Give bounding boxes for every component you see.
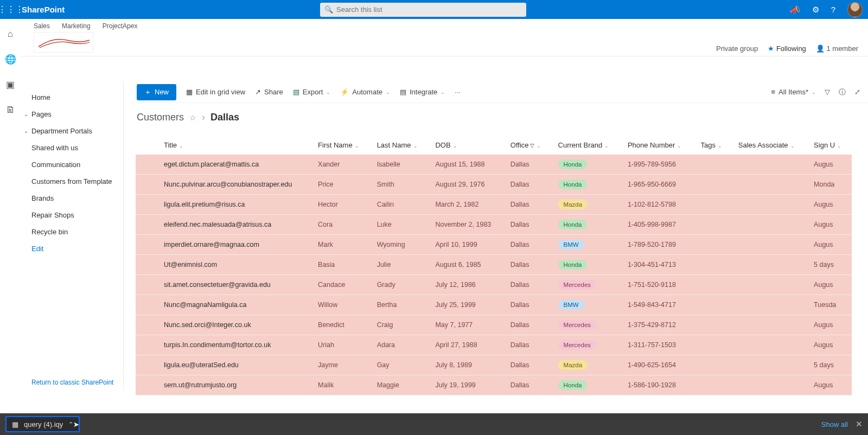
list-title[interactable]: Customers bbox=[137, 112, 184, 123]
more-button[interactable]: ··· bbox=[455, 88, 461, 96]
chevron-down-icon: ⌄ bbox=[24, 111, 28, 117]
export-button[interactable]: ▧Export⌄ bbox=[293, 88, 331, 96]
table-cell: Tuesda bbox=[807, 295, 852, 315]
chevron-up-icon[interactable]: ⌃ bbox=[68, 421, 73, 428]
sidebar-item[interactable]: Brands bbox=[31, 190, 118, 207]
suite-bar: ⋮⋮⋮ SharePoint 🔍 📣 ⚙ ? bbox=[0, 0, 868, 19]
chevron-down-icon: ⌄ bbox=[718, 143, 722, 149]
sidebar-item[interactable]: Communication bbox=[31, 156, 118, 173]
column-header[interactable]: Current Brand⌄ bbox=[552, 136, 621, 155]
table-cell: sem.ut@rutrumjusto.org bbox=[157, 375, 311, 395]
column-label: Office bbox=[510, 141, 529, 149]
table-row[interactable]: Nunc@magnaNamligula.caWillowBerthaJuly 2… bbox=[136, 295, 852, 315]
files-icon[interactable]: 🗎 bbox=[6, 105, 15, 116]
top-link[interactable]: Sales bbox=[34, 22, 50, 30]
news-icon[interactable]: ▣ bbox=[6, 79, 15, 91]
grid-edit-button[interactable]: ▦Edit in grid view bbox=[186, 88, 245, 96]
integrate-button[interactable]: ▤Integrate⌄ bbox=[400, 88, 445, 96]
table-row[interactable]: turpis.In.condimentum@tortor.co.ukUriahA… bbox=[136, 335, 852, 355]
table-row[interactable]: ligula.elit.pretium@risus.caHectorCailin… bbox=[136, 195, 852, 215]
search-input[interactable] bbox=[320, 3, 526, 17]
show-all-downloads[interactable]: Show all bbox=[821, 420, 848, 428]
return-classic-link[interactable]: Return to classic SharePoint bbox=[31, 379, 113, 386]
home-icon[interactable]: ⌂ bbox=[8, 29, 13, 40]
table-row[interactable]: Nunc.pulvinar.arcu@conubianostraper.eduP… bbox=[136, 175, 852, 195]
table-cell: July 19, 1999 bbox=[429, 375, 503, 395]
view-selector[interactable]: ≡ All Items* ⌄ bbox=[771, 88, 816, 96]
table-cell bbox=[732, 375, 807, 395]
chevron-down-icon: ⌄ bbox=[837, 143, 841, 149]
info-icon[interactable]: ⓘ bbox=[839, 87, 846, 97]
brand-pill: Mazda bbox=[558, 360, 588, 370]
table-cell: Augus bbox=[807, 375, 852, 395]
column-header[interactable]: Sign U⌄ bbox=[807, 136, 852, 155]
filter-icon[interactable]: ▽ bbox=[825, 88, 830, 96]
close-icon[interactable]: ✕ bbox=[856, 419, 863, 429]
table-cell: April 10, 1999 bbox=[429, 235, 503, 255]
list-table[interactable]: Title⌄First Name⌄Last Name⌄DOB⌄Office ▽⌄… bbox=[136, 136, 868, 396]
share-icon: ↗ bbox=[255, 88, 261, 96]
app-launcher-icon[interactable]: ⋮⋮⋮ bbox=[0, 4, 22, 15]
sidebar-item[interactable]: ⌄Pages bbox=[31, 106, 118, 123]
table-cell: Dallas bbox=[504, 215, 552, 235]
table-cell bbox=[732, 315, 807, 335]
column-header[interactable]: DOB⌄ bbox=[429, 136, 503, 155]
sidebar-item[interactable]: Shared with us bbox=[31, 139, 118, 156]
chevron-down-icon: ⌄ bbox=[24, 128, 28, 134]
globe-icon[interactable]: 🌐 bbox=[5, 54, 16, 65]
select-column[interactable] bbox=[136, 136, 157, 155]
favorite-icon[interactable]: ☆ bbox=[189, 113, 196, 122]
edit-nav-link[interactable]: Edit bbox=[31, 240, 118, 257]
table-cell: Dallas bbox=[504, 375, 552, 395]
top-link[interactable]: Marketing bbox=[62, 22, 91, 30]
help-icon[interactable]: ? bbox=[831, 5, 835, 14]
column-header[interactable]: First Name⌄ bbox=[311, 136, 371, 155]
sidebar-item[interactable]: ⌄Department Portals bbox=[31, 123, 118, 139]
gear-icon[interactable]: ⚙ bbox=[812, 5, 819, 15]
automate-button[interactable]: ⚡Automate⌄ bbox=[340, 88, 390, 96]
table-row[interactable]: eleifend.nec.malesuada@atrisus.caCoraLuk… bbox=[136, 215, 852, 235]
table-row[interactable]: ligula.eu@uteratSed.eduJaymeGayJuly 8, 1… bbox=[136, 355, 852, 375]
suite-title[interactable]: SharePoint bbox=[22, 5, 65, 14]
megaphone-icon[interactable]: 📣 bbox=[790, 5, 800, 15]
table-row[interactable]: sit.amet.consectetuer@gravida.eduCandace… bbox=[136, 275, 852, 295]
table-row[interactable]: Nunc.sed.orci@Integer.co.ukBenedictCraig… bbox=[136, 315, 852, 335]
share-button[interactable]: ↗Share bbox=[255, 88, 283, 96]
column-header[interactable]: Phone Number⌄ bbox=[621, 136, 694, 155]
new-button[interactable]: ＋New bbox=[137, 84, 176, 100]
members-link[interactable]: 👤 1 member bbox=[816, 44, 858, 53]
column-header[interactable]: Tags⌄ bbox=[694, 136, 732, 155]
table-cell: 1-751-520-9118 bbox=[621, 275, 694, 295]
sidebar-item[interactable]: Home bbox=[31, 89, 118, 106]
chevron-down-icon: ⌄ bbox=[326, 89, 330, 95]
sidebar-item[interactable]: Customers from Template bbox=[31, 173, 118, 190]
avatar[interactable] bbox=[847, 2, 863, 17]
table-cell: Augus bbox=[807, 195, 852, 215]
top-link[interactable]: ProjectApex bbox=[103, 22, 138, 30]
sidebar-item[interactable]: Recycle bin bbox=[31, 223, 118, 240]
table-cell: 5 days bbox=[807, 355, 852, 375]
breadcrumb: Customers ☆ › Dallas bbox=[137, 112, 239, 123]
table-cell: 1-490-625-1654 bbox=[621, 355, 694, 375]
site-logo[interactable] bbox=[34, 32, 93, 53]
table-cell: Nunc@magnaNamligula.ca bbox=[157, 295, 311, 315]
table-row[interactable]: eget.dictum.placerat@mattis.caXanderIsab… bbox=[136, 155, 852, 175]
follow-link[interactable]: ★ Following bbox=[768, 44, 806, 53]
column-header[interactable]: Last Name⌄ bbox=[371, 136, 429, 155]
column-header[interactable]: Sales Associate⌄ bbox=[732, 136, 807, 155]
sidebar-item[interactable]: Repair Shops bbox=[31, 207, 118, 223]
table-row[interactable]: sem.ut@rutrumjusto.orgMalikMaggieJuly 19… bbox=[136, 375, 852, 395]
table-cell bbox=[732, 355, 807, 375]
download-chip[interactable]: ▦ query (4).iqy ➤ ⌃ bbox=[5, 416, 80, 432]
column-header[interactable]: Title⌄ bbox=[157, 136, 311, 155]
search-wrap: 🔍 bbox=[320, 3, 526, 17]
table-cell bbox=[136, 255, 157, 275]
table-cell: Honda bbox=[552, 155, 621, 175]
table-cell: July 8, 1989 bbox=[429, 355, 503, 375]
table-row[interactable]: imperdiet.ornare@magnaa.comMarkWyomingAp… bbox=[136, 235, 852, 255]
table-row[interactable]: Ut@enimnisl.comBasiaJulieAugust 6, 1985D… bbox=[136, 255, 852, 275]
column-header[interactable]: Office ▽⌄ bbox=[504, 136, 552, 155]
table-cell: Malik bbox=[311, 375, 371, 395]
table-cell: turpis.In.condimentum@tortor.co.uk bbox=[157, 335, 311, 355]
expand-icon[interactable]: ⤢ bbox=[854, 88, 860, 96]
